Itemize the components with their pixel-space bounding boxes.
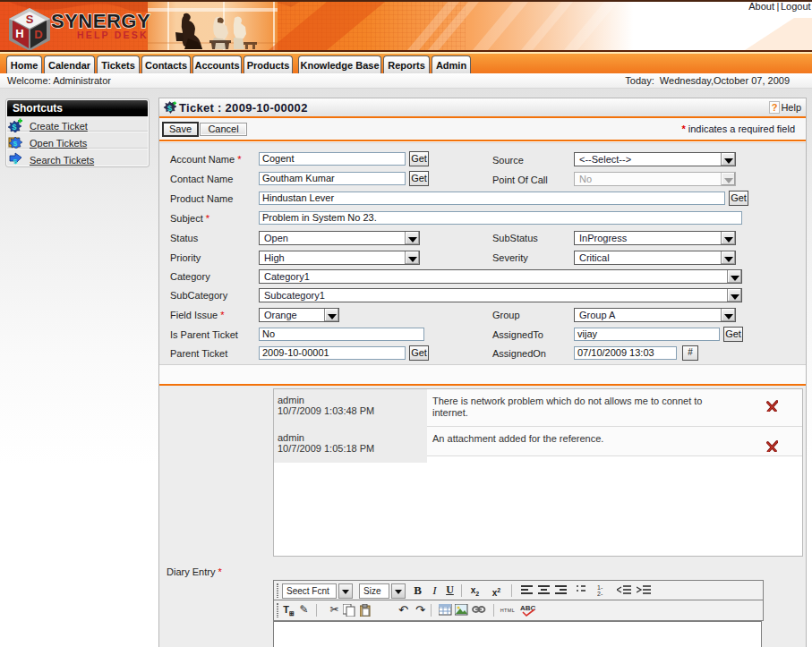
svg-text:1-: 1-: [597, 584, 603, 591]
svg-text:S: S: [26, 13, 34, 26]
svg-text:H: H: [15, 27, 23, 40]
svg-text:|: |: [777, 2, 780, 12]
svg-text:HELP DESK: HELP DESK: [77, 30, 149, 40]
svg-text:About: About: [748, 2, 774, 12]
svg-text:D: D: [34, 28, 42, 41]
svg-text:$: $: [13, 157, 18, 166]
svg-text:$: $: [13, 140, 18, 148]
svg-text:2-: 2-: [597, 591, 603, 596]
svg-text:Logout: Logout: [781, 2, 811, 12]
svg-text:$: $: [12, 123, 16, 132]
svg-text:$: $: [167, 103, 173, 113]
